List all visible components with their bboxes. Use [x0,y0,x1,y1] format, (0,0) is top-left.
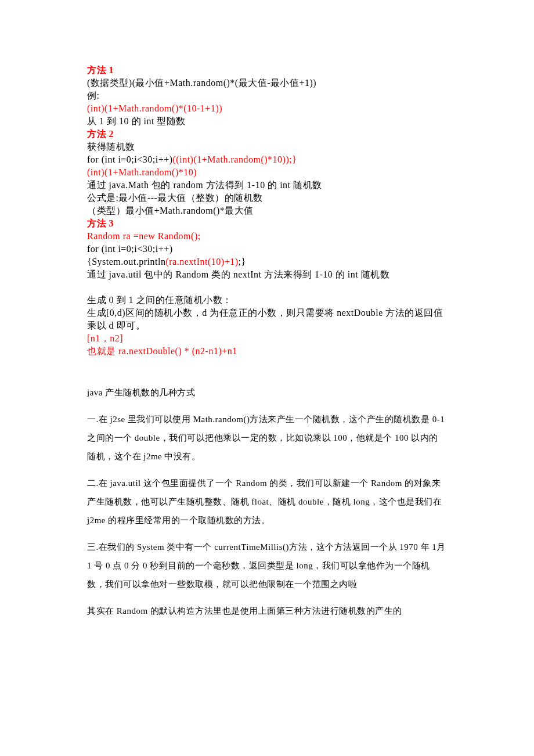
document-page: 方法 1 (数据类型)(最小值+Math.random()*(最大值-最小值+1… [0,0,534,655]
blank-line [87,358,447,370]
gen-line1: 生成 0 到 1 之间的任意随机小数： [87,294,447,307]
paragraph-gap [87,530,447,538]
method3-line4: 通过 java.util 包中的 Random 类的 nextInt 方法来得到… [87,268,447,281]
method2-line3: (int)(1+Math.random()*10) [87,166,447,179]
article-p1: 一.在 j2se 里我们可以使用 Math.random()方法来产生一个随机数… [87,410,447,466]
method2-title: 方法 2 [87,128,447,141]
method2-line4: 通过 java.Math 包的 random 方法得到 1-10 的 int 随… [87,179,447,192]
method2-line5: 公式是:最小值---最大值（整数）的随机数 [87,192,447,204]
gen-line4: 也就是 ra.nextDouble() * (n2-n1)+n1 [87,345,447,358]
article-section: java 产生随机数的几种方式 一.在 j2se 里我们可以使用 Math.ra… [87,383,447,620]
method3-line1: Random ra =new Random(); [87,230,447,243]
method1-code: (int)(1+Math.random()*(10-1+1)) [87,102,447,115]
method3-line2: for (int i=0;i<30;i++) [87,243,447,255]
method3-title: 方法 3 [87,217,447,230]
gen-line2: 生成[0,d)区间的随机小数，d 为任意正的小数，则只需要将 nextDoubl… [87,307,447,332]
method2-line6: （类型）最小值+Math.random()*最大值 [87,204,447,217]
method3-line3: {System.out.println(ra.nextInt(10)+1);} [87,255,447,268]
method1-title: 方法 1 [87,64,447,77]
method1-desc: 从 1 到 10 的 int 型随数 [87,115,447,128]
paragraph-gap [87,593,447,602]
gen-line3: [n1，n2] [87,332,447,345]
method2-line2-code-black: for (int i=0;i<30;i++) [87,154,173,164]
paragraph-gap [87,402,447,410]
method3-l3-a: {System.out.println [87,257,165,267]
method2-line1: 获得随机数 [87,141,447,153]
article-title: java 产生随机数的几种方式 [87,383,447,402]
article-p3: 三.在我们的 System 类中有一个 currentTimeMillis()方… [87,538,447,593]
method2-line2-code-red: ((int)(1+Math.random()*10));} [173,154,297,164]
method3-l3-b: (ra.nextInt(10)+1) [165,257,238,267]
article-p2: 二.在 java.util 这个包里面提供了一个 Random 的类，我们可以新… [87,474,447,530]
method1-formula: (数据类型)(最小值+Math.random()*(最大值-最小值+1)) [87,77,447,89]
blank-line [87,281,447,294]
method1-example-label: 例: [87,89,447,102]
blank-line [87,370,447,383]
method2-line2: for (int i=0;i<30;i++)((int)(1+Math.rand… [87,153,447,166]
method3-l3-c: ;} [239,257,246,267]
article-p4: 其实在 Random 的默认构造方法里也是使用上面第三种方法进行随机数的产生的 [87,602,447,620]
paragraph-gap [87,466,447,474]
